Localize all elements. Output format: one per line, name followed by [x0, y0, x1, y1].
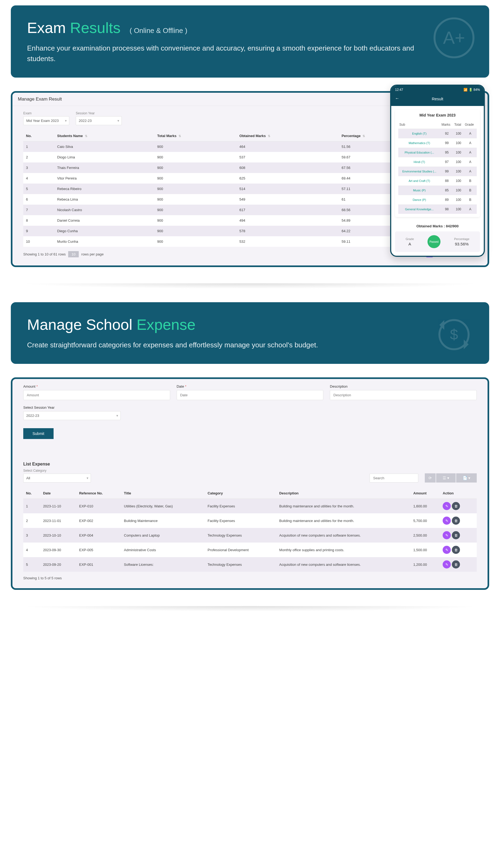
phone-row: Environmental Studies (...99100A: [398, 167, 477, 176]
columns-button[interactable]: ☰ ▾: [436, 473, 456, 482]
expense-table: No.DateReference No.TitleCategoryDescrip…: [23, 488, 477, 572]
delete-button[interactable]: 🗑: [452, 531, 460, 539]
amount-label: Amount *: [23, 384, 170, 388]
session-year-label: Select Session Year: [23, 406, 121, 410]
phone-row: Dance (P)89100B: [398, 195, 477, 204]
delete-button[interactable]: 🗑: [452, 502, 460, 510]
edit-button[interactable]: ✎: [443, 502, 451, 510]
edit-button[interactable]: ✎: [443, 531, 451, 539]
hero-description: Create straightforward categories for ex…: [27, 340, 419, 350]
amount-input[interactable]: [23, 390, 170, 400]
phone-status-bar: 12:47 📶 🔋 84%: [391, 86, 484, 94]
table-row: 52023-09-20EXP-001Software Licenses:Tech…: [23, 557, 477, 572]
table-row: 42023-09-30EXP-005Administrative CostsPr…: [23, 542, 477, 557]
edit-button[interactable]: ✎: [443, 517, 451, 525]
table-row: 32023-10-10EXP-004Computers and LaptopTe…: [23, 528, 477, 542]
edit-button[interactable]: ✎: [443, 546, 451, 554]
phone-header: ← Result: [391, 94, 484, 106]
phone-exam-name: Mid Year Exam 2023: [398, 113, 477, 117]
export-button[interactable]: 📄 ▾: [456, 473, 477, 482]
hero-title: Manage School Expense: [27, 316, 196, 333]
delete-button[interactable]: 🗑: [452, 517, 460, 525]
expense-panel: Amount * Date * Description Select Sessi…: [11, 377, 489, 590]
description-label: Description: [330, 384, 477, 388]
svg-text:A+: A+: [443, 28, 465, 48]
back-icon[interactable]: ←: [395, 96, 399, 101]
column-header[interactable]: Description: [276, 488, 410, 499]
category-label: Select Category: [23, 469, 91, 472]
exam-label: Exam: [23, 112, 69, 115]
column-header[interactable]: No.: [23, 131, 54, 141]
svg-text:$: $: [450, 326, 458, 342]
table-row: 22023-11-01EXP-002Building MaintenanceFa…: [23, 513, 477, 528]
expense-pagination-info: Showing 1 to 5 of 5 rows: [23, 576, 62, 580]
column-header[interactable]: Date: [40, 488, 76, 499]
column-header[interactable]: No.: [23, 488, 40, 499]
phone-row: Hindi (T)97100A: [398, 157, 477, 167]
column-header[interactable]: Students Name: [54, 131, 155, 141]
phone-marks-table: SubMarksTotalGrade English (T)92100AMath…: [398, 120, 477, 214]
column-header[interactable]: Title: [121, 488, 205, 499]
exam-results-hero: A+ Exam Results ( Online & Offline ) Enh…: [11, 5, 489, 78]
hero-title: Exam Results ( Online & Offline ): [27, 19, 187, 36]
edit-button[interactable]: ✎: [443, 560, 451, 568]
table-row: 12023-11-10EXP-010Utilities (Electricity…: [23, 499, 477, 514]
column-header[interactable]: Action: [440, 488, 477, 499]
exam-result-panel: Manage Exam Result Exam Mid Year Exam 20…: [11, 91, 489, 267]
phone-row: Music (P)85100B: [398, 186, 477, 195]
category-select[interactable]: All: [23, 473, 91, 482]
phone-summary: Obtained Marks : 842/900: [391, 221, 484, 231]
session-label: Session Year: [76, 112, 122, 115]
grade-icon: A+: [430, 13, 478, 62]
phone-row: Physical Education (...95100A: [398, 148, 477, 157]
list-expense-title: List Expense: [23, 461, 477, 469]
description-input[interactable]: [330, 390, 477, 400]
phone-result-card: Grade A Passed Percentage 93.56%: [395, 231, 480, 252]
column-header[interactable]: Obtained Marks: [237, 131, 339, 141]
column-header[interactable]: Total Marks: [155, 131, 237, 141]
expense-hero: $ Manage School Expense Create straightf…: [11, 302, 489, 364]
column-header[interactable]: Amount: [410, 488, 440, 499]
passed-badge: Passed: [428, 235, 441, 248]
rows-per-page[interactable]: 10: [68, 251, 78, 257]
phone-row: General Knowledge...98100A: [398, 204, 477, 214]
date-input[interactable]: [177, 390, 323, 400]
session-year-select[interactable]: 2022-23: [23, 411, 121, 420]
mobile-preview: 12:47 📶 🔋 84% ← Result Mid Year Exam 202…: [390, 85, 485, 257]
column-header[interactable]: Reference No.: [76, 488, 121, 499]
delete-button[interactable]: 🗑: [452, 546, 460, 554]
phone-row: Mathematics (T)99100A: [398, 138, 477, 148]
date-label: Date *: [177, 384, 323, 388]
expense-search-input[interactable]: [370, 473, 418, 482]
exam-select[interactable]: Mid Year Exam 2023: [23, 116, 69, 125]
session-select[interactable]: 2022-23: [76, 116, 122, 125]
submit-button[interactable]: Submit: [23, 428, 54, 439]
phone-row: English (T)92100A: [398, 129, 477, 138]
hero-description: Enhance your examination processes with …: [27, 43, 419, 64]
refresh-button[interactable]: ⟳: [425, 473, 435, 482]
pagination-info: Showing 1 to 10 of 61 rows 10 rows per p…: [23, 252, 104, 256]
column-header[interactable]: Category: [205, 488, 276, 499]
phone-row: Art and Craft (T)88100B: [398, 176, 477, 186]
money-icon: $: [430, 310, 478, 359]
delete-button[interactable]: 🗑: [452, 560, 460, 568]
